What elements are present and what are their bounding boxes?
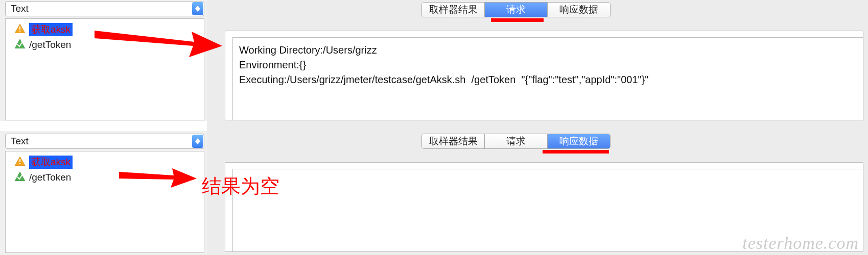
tab-request[interactable]: 请求 (485, 3, 548, 17)
tab-label: 取样器结果 (429, 3, 478, 16)
result-tabs: 取样器结果 请求 响应数据 (421, 134, 611, 149)
ok-icon (15, 39, 25, 51)
tab-response-data[interactable]: 响应数据 (548, 3, 610, 17)
watermark: testerhome.com (742, 234, 859, 253)
annotation-underline (543, 150, 609, 154)
tab-label: 响应数据 (559, 3, 598, 16)
content-frame: Working Directory:/Users/grizz Environme… (225, 31, 863, 120)
view-mode-selector[interactable]: Text (5, 1, 204, 16)
pane-request: Text 获取aksk /getToken 取样器结果 请求 响应数据 Work… (0, 0, 868, 128)
tree-item-label: 获取aksk (29, 23, 73, 36)
svg-rect-0 (19, 27, 20, 30)
tab-label: 取样器结果 (429, 135, 478, 148)
result-tabs: 取样器结果 请求 响应数据 (421, 2, 611, 17)
warn-icon (15, 157, 25, 168)
tree-item-label: 获取aksk (29, 156, 73, 169)
tree-item-label: /getToken (29, 172, 71, 183)
tab-label: 请求 (506, 3, 526, 16)
dropdown-stepper-icon[interactable] (192, 135, 203, 148)
tab-label: 请求 (506, 135, 526, 148)
ok-icon (15, 172, 25, 184)
svg-rect-1 (19, 31, 20, 32)
dropdown-stepper-icon[interactable] (192, 2, 203, 15)
tab-response-data[interactable]: 响应数据 (548, 134, 610, 148)
request-body-text[interactable]: Working Directory:/Users/grizz Environme… (232, 37, 863, 120)
svg-rect-3 (19, 163, 20, 164)
view-mode-selector[interactable]: Text (5, 134, 204, 149)
warn-icon (15, 24, 25, 36)
tab-label: 响应数据 (559, 135, 598, 148)
view-mode-value: Text (11, 136, 29, 147)
annotation-arrow-icon (118, 164, 199, 190)
view-mode-value: Text (11, 3, 29, 14)
annotation-arrow-icon (92, 20, 225, 61)
tab-request[interactable]: 请求 (485, 134, 548, 148)
tab-sampler-result[interactable]: 取样器结果 (422, 134, 485, 148)
annotation-underline (491, 18, 544, 22)
annotation-text: 结果为空 (202, 173, 279, 199)
svg-rect-2 (19, 159, 20, 162)
tab-sampler-result[interactable]: 取样器结果 (422, 3, 485, 17)
pane-response: Text 获取aksk /getToken 取样器结果 请求 响应数据 (0, 128, 868, 255)
tree-item-label: /getToken (29, 39, 71, 50)
